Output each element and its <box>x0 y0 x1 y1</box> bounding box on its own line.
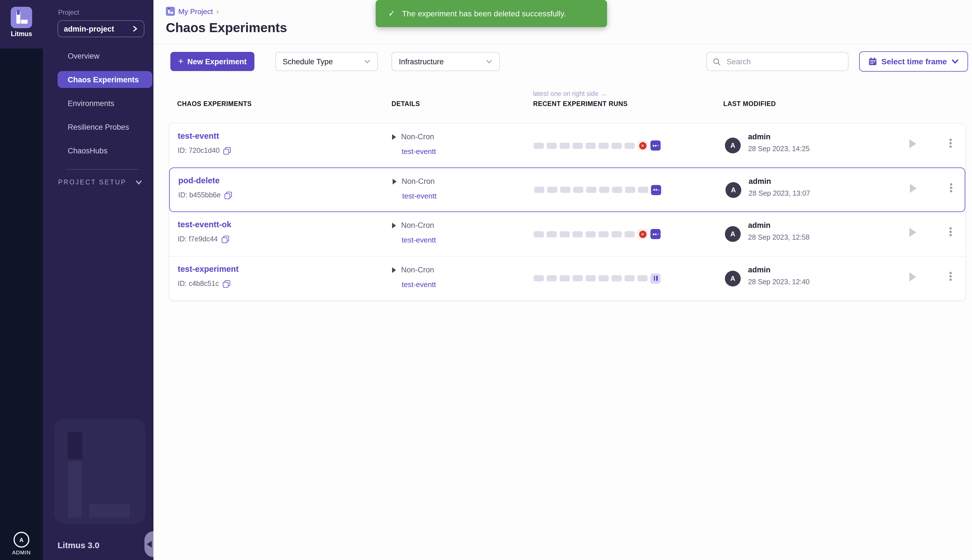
sidebar-collapse-button[interactable] <box>144 531 153 557</box>
breadcrumb-my-project-link[interactable]: My Project <box>178 7 213 15</box>
play-icon <box>392 267 396 273</box>
run-placeholder <box>585 231 596 237</box>
run-placeholder <box>625 142 635 148</box>
run-experiment-button[interactable] <box>909 139 916 148</box>
row-menu-button[interactable] <box>947 139 955 147</box>
experiment-id: ID: b455bb6e <box>178 191 220 199</box>
select-time-frame-button[interactable]: Select time frame <box>859 51 968 72</box>
recent-runs-cell <box>534 257 660 300</box>
run-placeholder <box>547 142 557 148</box>
schedule-type-value: Non-Cron <box>401 266 434 274</box>
search-icon <box>712 57 721 66</box>
infrastructure-link[interactable]: test-eventt <box>402 147 436 156</box>
run-experiment-button[interactable] <box>909 272 916 282</box>
run-placeholder <box>560 231 570 237</box>
copy-icon[interactable] <box>225 192 232 199</box>
check-icon: ✓ <box>388 8 395 18</box>
app-root: Litmus A ADMIN Project admin-project Ove… <box>0 0 972 560</box>
user-avatar: A <box>725 182 741 198</box>
toast-message: The experiment has been deleted successf… <box>402 9 566 18</box>
run-placeholder <box>560 275 570 282</box>
run-placeholder <box>599 142 609 148</box>
table-row[interactable]: test-eventt-ok ID: f7e9dc44 Non-Cron tes… <box>169 212 965 256</box>
column-header-details: DETAILS <box>392 100 420 107</box>
row-menu-button[interactable] <box>947 227 955 236</box>
litmus-logo-icon <box>11 7 32 28</box>
project-logo-icon <box>166 7 175 16</box>
experiment-name-link[interactable]: test-eventt-ok <box>178 220 231 229</box>
run-status-running-icon[interactable] <box>650 229 660 239</box>
page-title: Chaos Experiments <box>166 20 287 35</box>
user-avatar: A <box>725 138 741 153</box>
run-placeholder <box>547 275 557 282</box>
experiment-name-link[interactable]: pod-delete <box>178 176 220 185</box>
modified-by: admin <box>748 221 770 230</box>
brand-name: Litmus <box>0 30 43 37</box>
run-placeholder <box>534 275 544 282</box>
copy-icon[interactable] <box>224 147 231 154</box>
search-input[interactable] <box>725 57 842 66</box>
run-placeholder <box>585 275 596 282</box>
sidebar-item-environments[interactable]: Environments <box>58 95 152 112</box>
copy-icon[interactable] <box>222 235 229 243</box>
run-status-paused-icon[interactable] <box>650 273 660 283</box>
experiment-id-line: ID: f7e9dc44 <box>178 235 229 243</box>
experiment-name-link[interactable]: test-experiment <box>178 265 238 273</box>
details-cell: Non-Cron test-eventt <box>392 257 471 300</box>
infrastructure-link[interactable]: test-eventt <box>402 280 436 289</box>
experiment-id-line: ID: b455bb6e <box>178 191 232 199</box>
account-menu[interactable]: A ADMIN <box>0 532 43 555</box>
run-placeholder <box>637 275 648 282</box>
modified-by: admin <box>749 177 771 185</box>
experiment-name-link[interactable]: test-eventt <box>178 132 219 140</box>
schedule-type-dropdown[interactable]: Schedule Type <box>275 52 378 71</box>
run-placeholder <box>625 275 635 282</box>
run-experiment-button[interactable] <box>909 228 916 237</box>
play-icon <box>393 178 397 184</box>
row-menu-button[interactable] <box>947 272 955 280</box>
table-row[interactable]: test-experiment ID: c4b8c51c Non-Cron te… <box>169 256 965 300</box>
run-status-failed-icon[interactable]: ✕ <box>637 140 648 150</box>
run-placeholder <box>599 187 609 193</box>
play-icon <box>392 222 396 228</box>
run-placeholder <box>547 187 557 193</box>
user-avatar: A <box>725 271 741 287</box>
sidebar-item-chaos-experiments[interactable]: Chaos Experiments <box>58 71 152 88</box>
sidebar-item-resilience-probes[interactable]: Resilience Probes <box>58 118 152 135</box>
run-status-running-icon[interactable] <box>651 185 661 195</box>
run-status-running-icon[interactable] <box>650 140 660 150</box>
run-placeholder <box>560 142 570 148</box>
run-status-failed-icon[interactable]: ✕ <box>637 229 648 239</box>
details-cell: Non-Cron test-eventt <box>392 123 471 167</box>
table-row[interactable]: pod-delete ID: b455bb6e Non-Cron test-ev… <box>169 167 965 212</box>
table-row[interactable]: test-eventt ID: 720c1d40 Non-Cron test-e… <box>169 123 965 167</box>
project-setup-toggle[interactable]: PROJECT SETUP <box>58 178 143 186</box>
chevron-down-icon <box>135 178 143 186</box>
run-experiment-button[interactable] <box>910 184 917 193</box>
modified-at: 28 Sep 2023, 12:40 <box>748 278 810 286</box>
search-field <box>706 52 849 71</box>
row-menu-button[interactable] <box>947 183 955 192</box>
project-selector[interactable]: admin-project <box>58 20 144 37</box>
experiments-list: test-eventt ID: 720c1d40 Non-Cron test-e… <box>169 123 966 301</box>
infrastructure-dropdown[interactable]: Infrastructure <box>392 52 500 71</box>
chevron-right-icon <box>132 25 138 32</box>
infrastructure-link[interactable]: test-eventt <box>402 192 436 200</box>
recent-runs-cell: ✕ <box>534 123 660 167</box>
account-role-label: ADMIN <box>0 549 43 555</box>
account-avatar[interactable]: A <box>13 532 29 548</box>
copy-icon[interactable] <box>223 280 230 287</box>
run-placeholder <box>547 231 557 237</box>
experiment-id-line: ID: c4b8c51c <box>178 280 230 288</box>
run-placeholder <box>560 187 570 193</box>
run-placeholder <box>625 231 635 237</box>
sidebar-item-chaoshubs[interactable]: ChaosHubs <box>58 142 152 159</box>
sidebar-item-overview[interactable]: Overview <box>58 47 152 64</box>
infrastructure-link[interactable]: test-eventt <box>402 236 436 244</box>
new-experiment-label: New Experiment <box>187 57 247 66</box>
plus-icon: + <box>178 56 183 66</box>
details-cell: Non-Cron test-eventt <box>393 168 472 212</box>
run-placeholder <box>612 275 622 282</box>
new-experiment-button[interactable]: + New Experiment <box>170 52 254 71</box>
run-placeholder <box>638 187 648 193</box>
